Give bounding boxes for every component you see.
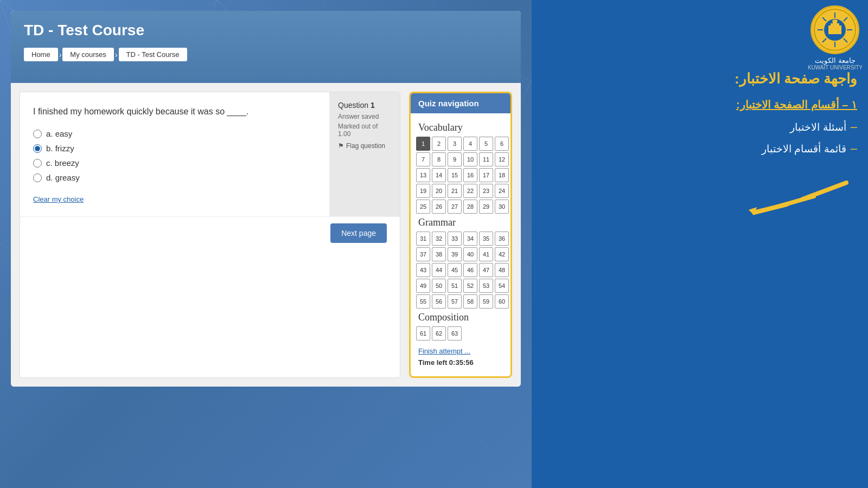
nav-btn-54[interactable]: 54 bbox=[495, 279, 509, 293]
option-d[interactable]: d. greasy bbox=[33, 173, 316, 182]
flag-label: Flag question bbox=[346, 142, 385, 150]
nav-btn-7[interactable]: 7 bbox=[416, 152, 430, 166]
quiz-nav-header: Quiz navigation bbox=[411, 93, 510, 113]
nav-btn-37[interactable]: 37 bbox=[416, 247, 430, 261]
left-panel: TD - Test Course Home › My courses › TD … bbox=[0, 0, 532, 488]
nav-btn-13[interactable]: 13 bbox=[416, 168, 430, 182]
nav-btn-51[interactable]: 51 bbox=[448, 279, 462, 293]
nav-btn-33[interactable]: 33 bbox=[448, 232, 462, 246]
quiz-nav-body: Vocabulary 1 2 3 4 5 6 7 8 9 10 11 12 bbox=[411, 113, 510, 376]
nav-btn-14[interactable]: 14 bbox=[432, 168, 446, 182]
annotation-title: واجهة صفحة الاختبار: bbox=[694, 70, 857, 87]
nav-btn-21[interactable]: 21 bbox=[448, 184, 462, 198]
nav-btn-19[interactable]: 19 bbox=[416, 184, 430, 198]
nav-btn-5[interactable]: 5 bbox=[479, 137, 493, 151]
nav-btn-60[interactable]: 60 bbox=[495, 294, 509, 309]
breadcrumb-my-courses[interactable]: My courses bbox=[62, 48, 113, 61]
nav-btn-62[interactable]: 62 bbox=[432, 326, 446, 341]
next-page-button[interactable]: Next page bbox=[330, 223, 387, 243]
nav-btn-32[interactable]: 32 bbox=[432, 232, 446, 246]
nav-btn-2[interactable]: 2 bbox=[432, 137, 446, 151]
marked-out: Marked out of 1.00 bbox=[338, 123, 391, 138]
nav-btn-11[interactable]: 11 bbox=[479, 152, 493, 166]
options-list: a. easy b. frizzy c. breezy bbox=[33, 129, 316, 182]
radio-b[interactable] bbox=[33, 144, 42, 153]
nav-btn-38[interactable]: 38 bbox=[432, 247, 446, 261]
nav-btn-58[interactable]: 58 bbox=[463, 294, 477, 309]
breadcrumb-test-course[interactable]: TD - Test Course bbox=[119, 48, 187, 61]
option-a-label: a. easy bbox=[46, 129, 72, 138]
nav-btn-41[interactable]: 41 bbox=[479, 247, 493, 261]
nav-btn-36[interactable]: 36 bbox=[495, 232, 509, 246]
annotation-section: ١ – أقسام الصفحة الاختبار: bbox=[694, 98, 857, 111]
nav-btn-1[interactable]: 1 bbox=[416, 137, 430, 151]
radio-a[interactable] bbox=[33, 130, 42, 138]
university-logo bbox=[810, 5, 859, 54]
nav-btn-3[interactable]: 3 bbox=[448, 137, 462, 151]
nav-btn-47[interactable]: 47 bbox=[479, 263, 493, 277]
flag-question[interactable]: ⚑ Flag question bbox=[338, 142, 391, 150]
nav-btn-35[interactable]: 35 bbox=[479, 232, 493, 246]
nav-btn-23[interactable]: 23 bbox=[479, 184, 493, 198]
nav-btn-44[interactable]: 44 bbox=[432, 263, 446, 277]
radio-d[interactable] bbox=[33, 174, 42, 182]
nav-btn-10[interactable]: 10 bbox=[463, 152, 477, 166]
option-b[interactable]: b. frizzy bbox=[33, 144, 316, 153]
nav-btn-40[interactable]: 40 bbox=[463, 247, 477, 261]
nav-btn-25[interactable]: 25 bbox=[416, 200, 430, 214]
nav-btn-56[interactable]: 56 bbox=[432, 294, 446, 309]
nav-btn-52[interactable]: 52 bbox=[463, 279, 477, 293]
nav-btn-61[interactable]: 61 bbox=[416, 326, 430, 341]
nav-btn-12[interactable]: 12 bbox=[495, 152, 509, 166]
option-a[interactable]: a. easy bbox=[33, 129, 316, 138]
breadcrumb-sep-2: › bbox=[115, 50, 118, 59]
right-panel: جامعة الكويت KUWAIT UNIVERSITY واجهة صفح… bbox=[532, 0, 868, 488]
nav-btn-53[interactable]: 53 bbox=[479, 279, 493, 293]
nav-btn-34[interactable]: 34 bbox=[463, 232, 477, 246]
nav-btn-29[interactable]: 29 bbox=[479, 200, 493, 214]
breadcrumb-home[interactable]: Home bbox=[24, 48, 58, 61]
nav-btn-50[interactable]: 50 bbox=[432, 279, 446, 293]
nav-btn-16[interactable]: 16 bbox=[463, 168, 477, 182]
nav-btn-48[interactable]: 48 bbox=[495, 263, 509, 277]
svg-line-30 bbox=[754, 204, 787, 213]
option-c[interactable]: c. breezy bbox=[33, 158, 316, 168]
nav-btn-24[interactable]: 24 bbox=[495, 184, 509, 198]
nav-btn-30[interactable]: 30 bbox=[495, 200, 509, 214]
nav-btn-49[interactable]: 49 bbox=[416, 279, 430, 293]
course-header: TD - Test Course Home › My courses › TD … bbox=[11, 11, 521, 83]
nav-btn-63[interactable]: 63 bbox=[448, 326, 462, 341]
annotation-item-1-text: أسئلة الاختبار bbox=[790, 121, 846, 133]
nav-btn-4[interactable]: 4 bbox=[463, 137, 477, 151]
nav-btn-6[interactable]: 6 bbox=[495, 137, 509, 151]
nav-btn-59[interactable]: 59 bbox=[479, 294, 493, 309]
clear-choice-link[interactable]: Clear my choice bbox=[33, 195, 316, 203]
nav-btn-28[interactable]: 28 bbox=[463, 200, 477, 214]
nav-btn-39[interactable]: 39 bbox=[448, 247, 462, 261]
nav-btn-9[interactable]: 9 bbox=[448, 152, 462, 166]
course-container: TD - Test Course Home › My courses › TD … bbox=[11, 11, 521, 387]
radio-c[interactable] bbox=[33, 159, 42, 168]
nav-btn-17[interactable]: 17 bbox=[479, 168, 493, 182]
nav-btn-31[interactable]: 31 bbox=[416, 232, 430, 246]
nav-btn-27[interactable]: 27 bbox=[448, 200, 462, 214]
nav-btn-22[interactable]: 22 bbox=[463, 184, 477, 198]
annotation-item-1: – أسئلة الاختبار bbox=[694, 120, 857, 134]
nav-section-vocabulary: Vocabulary bbox=[418, 122, 505, 133]
svg-point-27 bbox=[832, 20, 838, 23]
nav-btn-57[interactable]: 57 bbox=[448, 294, 462, 309]
nav-btn-8[interactable]: 8 bbox=[432, 152, 446, 166]
nav-btn-18[interactable]: 18 bbox=[495, 168, 509, 182]
nav-section-grammar: Grammar bbox=[418, 217, 505, 228]
nav-btn-43[interactable]: 43 bbox=[416, 263, 430, 277]
nav-btn-42[interactable]: 42 bbox=[495, 247, 509, 261]
nav-btn-26[interactable]: 26 bbox=[432, 200, 446, 214]
nav-btn-20[interactable]: 20 bbox=[432, 184, 446, 198]
nav-btn-55[interactable]: 55 bbox=[416, 294, 430, 309]
nav-btn-15[interactable]: 15 bbox=[448, 168, 462, 182]
option-d-label: d. greasy bbox=[46, 173, 80, 182]
finish-attempt-link[interactable]: Finish attempt ... bbox=[416, 344, 505, 356]
nav-btn-46[interactable]: 46 bbox=[463, 263, 477, 277]
university-name-ar: جامعة الكويت bbox=[815, 56, 856, 65]
nav-btn-45[interactable]: 45 bbox=[448, 263, 462, 277]
